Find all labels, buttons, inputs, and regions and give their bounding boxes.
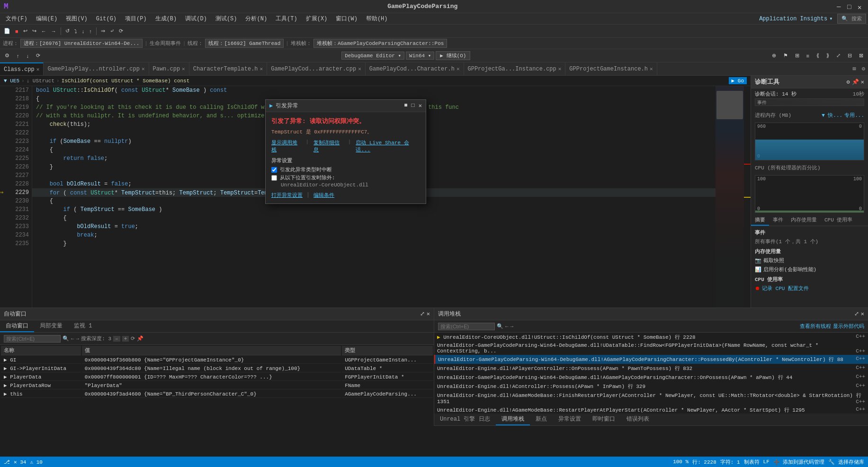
debug-btn3[interactable]: ↓ <box>24 52 32 60</box>
diag-pin-icon[interactable]: 📌 <box>852 79 859 86</box>
popup-open-settings[interactable]: 打开异常设置 <box>271 192 303 199</box>
locals-tab[interactable]: 局部变量 <box>34 320 68 332</box>
breadcrumb-method[interactable]: IsChildOf(const UStruct * SomeBase) cons… <box>62 78 190 84</box>
run-to-cursor-button[interactable]: ⇒ <box>99 27 107 35</box>
call-nav-back[interactable]: ← <box>505 324 509 329</box>
tab-pin-button[interactable]: ⊞ <box>850 65 859 72</box>
search-box[interactable]: 🔍 搜索 <box>837 14 866 24</box>
tab-gameplay-character-h[interactable]: GamePlayCod...Character.h ✕ <box>366 62 464 75</box>
close-button[interactable]: ✕ <box>858 3 864 10</box>
menu-extensions[interactable]: 扩展(X) <box>302 14 331 24</box>
tab-close[interactable]: ✕ <box>558 66 562 72</box>
tab-close[interactable]: ✕ <box>260 66 263 72</box>
debug-extra3[interactable]: ≡ <box>804 52 812 60</box>
back-button[interactable]: ← <box>39 27 48 35</box>
auto-tab[interactable]: 自动窗口 <box>0 320 34 332</box>
diag-settings-icon[interactable]: ⚙ <box>847 79 850 86</box>
menu-help[interactable]: 帮助(H) <box>362 14 392 24</box>
mem-analysis-item[interactable]: 📊 启用分析(会影响性能) <box>753 265 866 274</box>
menu-file[interactable]: 文件(F) <box>2 14 31 24</box>
call-item-1[interactable]: ▶ UnrealEditor-CoreUObject.dll!UStruct::… <box>434 333 868 342</box>
debug-btn4[interactable]: ⟳ <box>33 52 43 60</box>
status-errors[interactable]: ✕ 34 <box>14 459 26 465</box>
watch-tab[interactable]: 监视 1 <box>68 320 98 332</box>
tab-gp-instance-h[interactable]: GPProjectGameInstance.h ✕ <box>565 62 657 75</box>
auto-window-float-btn[interactable]: ⤢ <box>420 310 425 317</box>
call-item-3[interactable]: UnrealEditor-GamePlayCodeParsing-Win64-D… <box>434 355 868 364</box>
popup-link-liveshare[interactable]: 启动 Live Share 会话... <box>356 139 420 153</box>
popup-expand-button[interactable]: □ <box>412 102 415 109</box>
diag-tab-events[interactable]: 事件 <box>769 215 787 226</box>
tab-close[interactable]: ✕ <box>182 66 185 72</box>
view-all-threads-btn[interactable]: 查看所有线程 <box>800 323 831 330</box>
debug-extra7[interactable]: ⊟ <box>845 52 855 60</box>
redo-button[interactable]: ↪ <box>30 27 38 35</box>
search-depth-plus[interactable]: + <box>122 336 129 342</box>
diag-tab-cpu[interactable]: CPU 使用率 <box>821 215 856 226</box>
call-stack-close-btn[interactable]: ✕ <box>861 310 864 317</box>
tab-close[interactable]: ✕ <box>358 66 361 72</box>
diag-mem-btn1[interactable]: ▼ 快... <box>822 112 842 119</box>
search-depth-minus[interactable]: – <box>113 336 120 342</box>
forward-button[interactable]: → <box>49 27 58 35</box>
menu-view[interactable]: 视图(V) <box>62 14 91 24</box>
call-nav-forward[interactable]: → <box>510 324 514 329</box>
new-file-button[interactable]: 📄 <box>2 27 12 35</box>
debug-stack-value[interactable]: 堆栈帧：AGamePlayCodeParsingCharacter::Pos <box>313 39 447 48</box>
tab-close[interactable]: ✕ <box>36 66 40 72</box>
call-stack-float-btn[interactable]: ⤢ <box>854 310 859 317</box>
minimize-button[interactable]: ─ <box>837 3 843 10</box>
menu-analyze[interactable]: 分析(N) <box>242 14 271 24</box>
call-item-8[interactable]: UnrealEditor-Engine.dll!AGameModeBase::R… <box>434 405 868 414</box>
breadcrumb-class[interactable]: ↓ UStruct <box>27 78 54 84</box>
auto-nav-forward[interactable]: → <box>76 336 80 342</box>
step-over-button[interactable]: ⤵ <box>72 27 79 35</box>
continue-button[interactable]: ▶ 继续(O) <box>436 51 470 60</box>
cpu-record-item[interactable]: ⏺ 记录 CPU 配置文件 <box>753 284 866 293</box>
tab-close[interactable]: ✕ <box>142 66 145 72</box>
step-in-button[interactable]: ↓ <box>80 27 87 35</box>
debug-mode-select[interactable]: DebugGame Editor ▾ <box>341 52 404 60</box>
unreal-log-tab[interactable]: Unreal 引擎 日志 <box>434 414 496 425</box>
call-item-6[interactable]: UnrealEditor-Engine.dll!AController::Pos… <box>434 382 868 391</box>
debug-btn-a[interactable]: ⤶ <box>108 27 116 35</box>
refresh-button[interactable]: ↺ <box>63 27 72 35</box>
tab-close[interactable]: ✕ <box>456 66 460 72</box>
call-item-2[interactable]: UnrealEditor-GamePlayCodeParsing-Win64-D… <box>434 342 868 355</box>
popup-pin-button[interactable]: ■ <box>404 102 407 109</box>
call-stack-tab[interactable]: 调用堆栈 <box>496 414 530 425</box>
debug-extra2[interactable]: ⊞ <box>792 52 802 60</box>
tab-gp-instance-cpp[interactable]: GPProjectGa...Instance.cpp ✕ <box>464 62 566 75</box>
cpu-record-label[interactable]: 记录 CPU 配置文件 <box>762 285 809 292</box>
auto-window-close-btn[interactable]: ✕ <box>427 310 430 317</box>
call-item-4[interactable]: UnrealEditor-Engine.dll!APlayerControlle… <box>434 364 868 373</box>
minimap-thumb[interactable] <box>716 91 743 119</box>
tab-close[interactable]: ✕ <box>650 66 653 72</box>
menu-git[interactable]: Git(G) <box>92 15 120 23</box>
tab-pawn[interactable]: Pawn.cpp ✕ <box>149 62 189 75</box>
call-stack-search-input[interactable] <box>438 323 495 330</box>
error-list-tab[interactable]: 错误列表 <box>621 414 655 425</box>
stop-button[interactable]: ■ <box>13 27 20 35</box>
popup-close-button[interactable]: ✕ <box>419 102 422 109</box>
call-item-5[interactable]: UnrealEditor-GamePlayCodeParsing-Win64-D… <box>434 373 868 382</box>
auto-nav-back[interactable]: ← <box>71 336 74 342</box>
mem-snapshot-item[interactable]: 📷 截取快照 <box>753 256 866 265</box>
debug-btn-b[interactable]: ⟳ <box>117 27 125 35</box>
diag-close-icon[interactable]: ✕ <box>861 79 864 86</box>
menu-test[interactable]: 测试(S) <box>212 14 241 24</box>
show-external-btn[interactable]: 显示外部代码 <box>833 323 864 330</box>
debug-extra6[interactable]: ⤢ <box>833 52 843 60</box>
auto-search-input[interactable] <box>4 335 61 343</box>
breadcrumb-ue5[interactable]: ▼ UE5 <box>4 78 19 84</box>
popup-cb-1[interactable] <box>271 167 277 173</box>
menu-project[interactable]: 项目(P) <box>121 14 151 24</box>
undo-button[interactable]: ↩ <box>21 27 29 35</box>
immediate-window-tab[interactable]: 即时窗口 <box>587 414 621 425</box>
popup-cb-2[interactable] <box>271 175 277 181</box>
diag-tab-memory[interactable]: 内存使用量 <box>787 215 821 226</box>
restore-button[interactable]: □ <box>847 3 854 10</box>
debug-platform-select[interactable]: Win64 ▾ <box>406 52 434 60</box>
popup-link-callstack[interactable]: 显示调用堆栈 <box>271 139 301 153</box>
menu-debug[interactable]: 调试(D) <box>181 14 211 24</box>
